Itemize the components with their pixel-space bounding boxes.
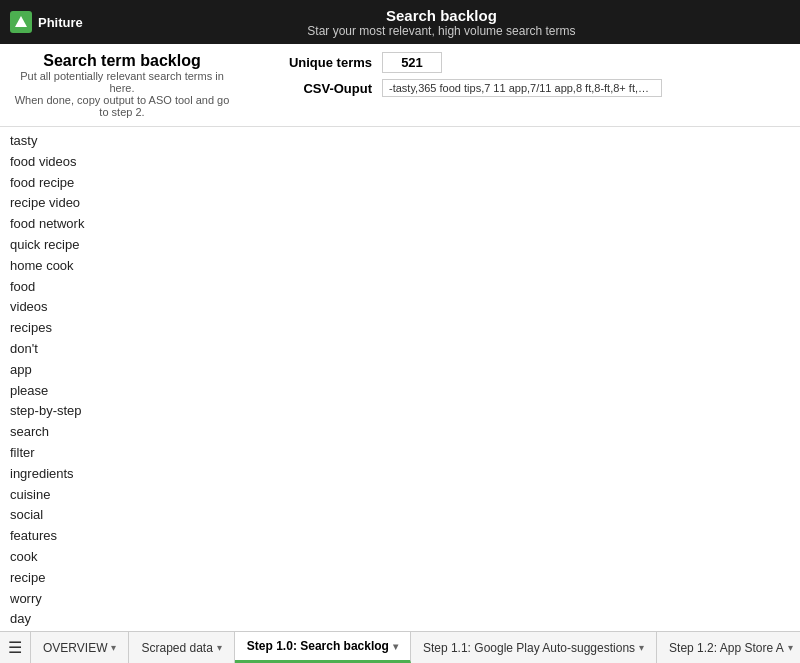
list-item: search	[10, 422, 790, 443]
header-section: Search term backlog Put all potentially …	[0, 44, 800, 127]
title-block: Search backlog Star your most relevant, …	[93, 7, 790, 38]
main-content: tastyfood videosfood reciperecipe videof…	[0, 127, 800, 631]
tab-label: OVERVIEW	[43, 641, 107, 655]
svg-marker-0	[15, 16, 27, 27]
list-item: food videos	[10, 152, 790, 173]
chevron-down-icon: ▾	[393, 641, 398, 652]
page-title: Search backlog	[93, 7, 790, 24]
list-item: recipe video	[10, 193, 790, 214]
list-item: food network	[10, 214, 790, 235]
list-item: cuisine	[10, 485, 790, 506]
list-item: worry	[10, 589, 790, 610]
unique-terms-value: 521	[382, 52, 442, 73]
list-item: cook	[10, 547, 790, 568]
tab-item-2[interactable]: Scraped data▾	[129, 632, 234, 663]
tab-label: Step 1.1: Google Play Auto-suggestions	[423, 641, 635, 655]
unique-terms-label: Unique terms	[252, 55, 372, 70]
csv-row: CSV-Ouput -tasty,365 food tips,7 11 app,…	[252, 79, 788, 97]
list-item: don't	[10, 339, 790, 360]
csv-value[interactable]: -tasty,365 food tips,7 11 app,7/11 app,8…	[382, 79, 662, 97]
tab-item-4[interactable]: Step 1.1: Google Play Auto-suggestions▾	[411, 632, 657, 663]
hamburger-icon: ☰	[8, 638, 22, 657]
tab-item-3[interactable]: Step 1.0: Search backlog▾	[235, 632, 411, 663]
tab-item-1[interactable]: OVERVIEW▾	[31, 632, 129, 663]
chevron-down-icon: ▾	[217, 642, 222, 653]
list-item: food	[10, 277, 790, 298]
page-subtitle: Star your most relevant, high volume sea…	[93, 24, 790, 38]
unique-terms-row: Unique terms 521	[252, 52, 788, 73]
tab-bar: ☰OVERVIEW▾Scraped data▾Step 1.0: Search …	[0, 631, 800, 663]
top-bar: Phiture Search backlog Star your most re…	[0, 0, 800, 44]
header-right: Unique terms 521 CSV-Ouput -tasty,365 fo…	[252, 52, 788, 103]
logo-text: Phiture	[38, 15, 83, 30]
chevron-down-icon: ▾	[788, 642, 793, 653]
list-item: ingredients	[10, 464, 790, 485]
list-item: food recipe	[10, 173, 790, 194]
tab-label: Scraped data	[141, 641, 212, 655]
header-left: Search term backlog Put all potentially …	[12, 52, 232, 118]
list-item: home cook	[10, 256, 790, 277]
list-item: social	[10, 505, 790, 526]
description-line2: When done, copy output to ASO tool and g…	[12, 94, 232, 118]
tab-label: Step 1.0: Search backlog	[247, 639, 389, 653]
list-item: filter	[10, 443, 790, 464]
list-item: quick recipe	[10, 235, 790, 256]
section-title: Search term backlog	[12, 52, 232, 70]
list-item: app	[10, 360, 790, 381]
hamburger-menu[interactable]: ☰	[0, 632, 31, 663]
logo-icon	[10, 11, 32, 33]
list-item: please	[10, 381, 790, 402]
tab-label: Step 1.2: App Store A	[669, 641, 784, 655]
list-item: videos	[10, 297, 790, 318]
list-item: features	[10, 526, 790, 547]
description-line1: Put all potentially relevant search term…	[12, 70, 232, 94]
logo: Phiture	[10, 11, 83, 33]
chevron-down-icon: ▾	[639, 642, 644, 653]
tab-item-5[interactable]: Step 1.2: App Store A▾	[657, 632, 800, 663]
list-item: day	[10, 609, 790, 630]
list-item: recipes	[10, 318, 790, 339]
list-item: recipe	[10, 568, 790, 589]
chevron-down-icon: ▾	[111, 642, 116, 653]
list-item: step-by-step	[10, 401, 790, 422]
csv-label: CSV-Ouput	[252, 81, 372, 96]
list-item: tasty	[10, 131, 790, 152]
